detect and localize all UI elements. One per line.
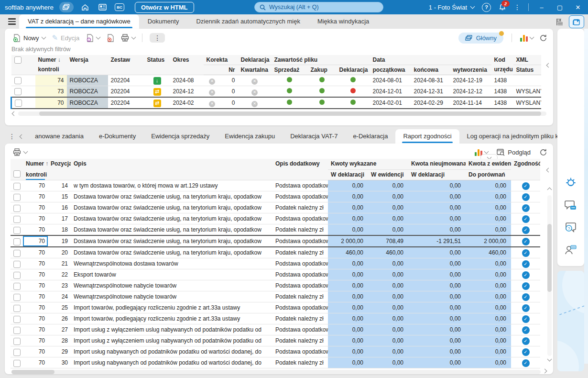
- chat-icon[interactable]: [565, 200, 577, 211]
- chart-view-button[interactable]: [520, 34, 534, 42]
- workspace-switcher-icon[interactable]: [59, 2, 74, 12]
- share-icon[interactable]: [569, 15, 584, 28]
- cell-korekta-nr[interactable]: 0: [221, 97, 238, 109]
- cell-sprzedaz[interactable]: [272, 75, 308, 86]
- row-checkbox[interactable]: [11, 302, 23, 313]
- cell-numer-kontroli[interactable]: 70: [23, 258, 48, 269]
- cell-opis[interactable]: Wewnątrzwspólnotowa dostawa towarów: [71, 258, 272, 269]
- cell-opis[interactable]: Import usług z wyłączeniem uslug nabywan…: [71, 324, 272, 335]
- cell-numer-kontroli[interactable]: 73: [35, 86, 67, 98]
- col-pozycja[interactable]: Pozycja ↑2: [48, 159, 71, 180]
- col-w-deklaracji[interactable]: W deklaracji: [328, 169, 368, 180]
- cell-data-wytworzenia[interactable]: 2024-12-19: [450, 75, 491, 86]
- cell-do-porownan[interactable]: 0,00: [466, 302, 511, 313]
- select-all-checkbox[interactable]: [13, 170, 21, 178]
- cell-numer-kontroli[interactable]: 70: [23, 302, 48, 313]
- col-korekta-nr[interactable]: Nr: [221, 65, 238, 75]
- col-w-ewidencji[interactable]: W ewidencji: [368, 169, 408, 180]
- detail-tab[interactable]: e-Deklaracja: [345, 129, 395, 144]
- cell-w-deklaracji[interactable]: 0,00: [328, 269, 368, 280]
- cell-kod-urzedu[interactable]: 1438: [491, 97, 513, 109]
- refresh-icon[interactable]: [539, 34, 547, 42]
- cell-w-ewidencji[interactable]: 0,00: [368, 324, 408, 335]
- edit-button[interactable]: ✎ Edycja: [50, 32, 82, 44]
- cell-pozycja[interactable]: 16: [48, 202, 71, 213]
- row-checkbox[interactable]: [11, 335, 23, 346]
- refresh-icon[interactable]: [539, 148, 547, 156]
- cell-zgodnosc[interactable]: ✓: [511, 235, 540, 247]
- cell-pozycja[interactable]: 17: [48, 213, 71, 224]
- cell-zgodnosc[interactable]: ✓: [511, 258, 540, 269]
- row-checkbox[interactable]: [11, 258, 23, 269]
- cell-do-porownan[interactable]: 0,00: [466, 180, 511, 191]
- cell-opis-dodatkowy[interactable]: Podatek należny zł: [272, 357, 328, 368]
- cell-pozycja[interactable]: 28: [48, 335, 71, 346]
- col-xml-status[interactable]: Status: [513, 65, 541, 75]
- cell-opis-dodatkowy[interactable]: Podatek należny zł: [272, 202, 328, 213]
- open-html-button[interactable]: Otwórz w HTML: [135, 2, 194, 13]
- cell-numer-kontroli[interactable]: 70: [23, 346, 48, 357]
- row-checkbox[interactable]: [11, 213, 23, 224]
- cell-okres[interactable]: 2024-08: [170, 75, 204, 86]
- cell-do-porownan[interactable]: 0,00: [466, 213, 511, 224]
- cell-xml-status[interactable]: WYSLANY: [513, 97, 541, 109]
- cell-opis-dodatkowy[interactable]: Podatek należny zł: [272, 224, 328, 236]
- cell-pozycja[interactable]: 14: [48, 180, 71, 191]
- cell-zgodnosc[interactable]: ✓: [511, 346, 540, 357]
- cell-zgodnosc[interactable]: ✓: [511, 324, 540, 335]
- cell-data-wytworzenia[interactable]: 2024-11-14: [450, 97, 491, 109]
- company-selector[interactable]: 1 - Foto Świat: [429, 4, 474, 11]
- cell-kwota-nieujmowana[interactable]: 0,00: [408, 202, 466, 213]
- cell-zakup[interactable]: [308, 75, 337, 86]
- cell-w-deklaracji[interactable]: 0,00: [328, 280, 368, 291]
- cell-numer-kontroli[interactable]: 70: [23, 213, 48, 224]
- cell-w-deklaracji[interactable]: 0,00: [328, 302, 368, 313]
- home-icon[interactable]: [79, 2, 91, 12]
- glowny-view-button[interactable]: Główny: [458, 33, 503, 44]
- col-kod-urzedu[interactable]: Kodurzędu: [491, 55, 513, 75]
- cell-kwota-nieujmowana[interactable]: 0,00: [408, 313, 466, 324]
- cell-opis[interactable]: Dostawa towarów oraz świadczenie usług, …: [71, 191, 272, 202]
- cell-kwota-nieujmowana[interactable]: 0,00: [408, 346, 466, 357]
- collapse-columns-icon[interactable]: [546, 62, 549, 68]
- cell-kwota-nieujmowana[interactable]: 0,00: [408, 280, 466, 291]
- detail-tab[interactable]: Ewidencja sprzedaży: [143, 129, 217, 144]
- cell-pozycja[interactable]: 30: [48, 357, 71, 368]
- minimize-button[interactable]: –: [536, 4, 547, 11]
- cell-opis-dodatkowy[interactable]: Podstawa opodatkow: [272, 235, 328, 247]
- cell-do-porownan[interactable]: 0,00: [466, 324, 511, 335]
- cell-do-porownan[interactable]: 0,00: [466, 335, 511, 346]
- cell-w-ewidencji[interactable]: 0,00: [368, 302, 408, 313]
- main-tab[interactable]: Dziennik zadań automatycznych mięk: [187, 14, 309, 29]
- cell-zakup[interactable]: [308, 97, 337, 109]
- cell-w-deklaracji[interactable]: 0,00: [328, 213, 368, 224]
- cell-opis-dodatkowy[interactable]: Podstawa opodatkow: [272, 191, 328, 202]
- scroll-tabs-left-icon[interactable]: [20, 134, 24, 139]
- cell-do-porownan[interactable]: 0,00: [466, 269, 511, 280]
- cell-opis-dodatkowy[interactable]: Podstawa opodatkow: [272, 324, 328, 335]
- cell-kod-urzedu[interactable]: 1438: [491, 75, 513, 86]
- cell-pozycja[interactable]: 22: [48, 269, 71, 280]
- cell-w-deklaracji[interactable]: 0,00: [328, 180, 368, 191]
- cell-zestaw[interactable]: 202204: [108, 75, 144, 86]
- colgroup-korekta[interactable]: Korekta: [204, 55, 238, 65]
- cell-pozycja[interactable]: 24: [48, 291, 71, 302]
- colgroup-kwota-nieujmowana[interactable]: Kwota nieujmowana: [408, 159, 466, 169]
- cell-kwota-nieujmowana[interactable]: 0,00: [408, 324, 466, 335]
- cell-pozycja[interactable]: 20: [48, 247, 71, 258]
- cell-wersja[interactable]: ROBOCZA: [67, 86, 108, 98]
- cell-opis-dodatkowy[interactable]: Podatek należny zł: [272, 291, 328, 302]
- cell-opis-dodatkowy[interactable]: Podstawa opodatkow: [272, 213, 328, 224]
- cell-w-ewidencji[interactable]: 0,00: [368, 258, 408, 269]
- col-data-koncowa[interactable]: końcowa: [411, 65, 450, 75]
- col-wersja[interactable]: Wersja: [67, 55, 108, 75]
- col-w-deklaracji-nieujmowana[interactable]: W deklaracji: [408, 169, 466, 180]
- row-checkbox[interactable]: [11, 346, 23, 357]
- row-checkbox[interactable]: [11, 247, 23, 258]
- main-tab[interactable]: VAT z deklaracją – dane nagłówkowe: [19, 14, 139, 29]
- colgroup-deklaracja[interactable]: Deklaracja: [238, 55, 272, 65]
- cell-numer-kontroli[interactable]: 70: [23, 291, 48, 302]
- cell-w-ewidencji[interactable]: 0,00: [368, 191, 408, 202]
- cell-data-poczatkowa[interactable]: 2024-02-01: [370, 97, 411, 109]
- cell-pozycja[interactable]: 15: [48, 191, 71, 202]
